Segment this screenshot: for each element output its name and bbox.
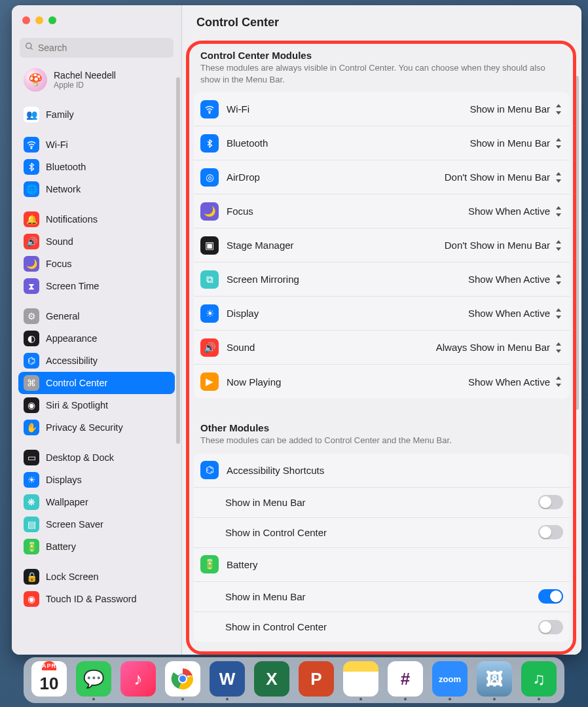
sidebar-item-label: Privacy & Security: [46, 422, 123, 433]
sidebar-item-screen-saver[interactable]: ▤Screen Saver: [18, 513, 175, 535]
sidebar-item-notifications[interactable]: 🔔Notifications: [18, 208, 175, 230]
touch-id-password-icon: ◉: [24, 591, 39, 607]
module-row-sound: 🔊SoundAlways Show in Menu Bar: [194, 331, 570, 365]
chevron-updown-icon: [554, 342, 563, 354]
search-icon: [25, 42, 34, 54]
sidebar-item-control-center[interactable]: ⌘Control Center: [18, 372, 175, 394]
sidebar-scrollbar[interactable]: [176, 77, 180, 444]
chevron-updown-icon: [554, 274, 563, 285]
accessibility-shortcuts-icon: ⌬: [200, 461, 219, 479]
dock-item-chrome[interactable]: [164, 661, 202, 700]
sidebar-item-label: Desktop & Dock: [46, 452, 114, 463]
module-select[interactable]: Show When Active: [468, 274, 563, 285]
accessibility-icon: ⌬: [24, 353, 39, 369]
running-indicator: [226, 698, 229, 700]
battery-icon: 🔋: [24, 539, 39, 554]
toggle-switch[interactable]: [538, 620, 563, 634]
calendar-icon: APR10: [31, 661, 67, 697]
search-field[interactable]: [20, 38, 174, 58]
module-select[interactable]: Show When Active: [468, 308, 563, 319]
section-title: Control Center Modules: [194, 39, 570, 62]
module-row-bluetooth: BluetoothShow in Menu Bar: [194, 126, 570, 160]
chevron-updown-icon: [554, 137, 563, 149]
sidebar-item-label: Accessibility: [46, 355, 98, 366]
dock-item-word[interactable]: W: [208, 661, 246, 700]
search-input[interactable]: [38, 43, 168, 53]
module-select[interactable]: Show in Menu Bar: [469, 137, 563, 149]
dock-item-excel[interactable]: X: [253, 661, 291, 697]
sidebar-item-label: Wi-Fi: [46, 139, 68, 150]
sidebar-item-wallpaper[interactable]: ❋Wallpaper: [18, 491, 175, 513]
other-module-label: Accessibility Shortcuts: [227, 465, 563, 476]
sidebar-item-siri-spotlight[interactable]: ◉Siri & Spotlight: [18, 394, 175, 416]
network-icon: 🌐: [24, 181, 39, 197]
dock-item-slack[interactable]: #: [386, 661, 424, 700]
apple-id-row[interactable]: 🍄 Rachel Needell Apple ID: [18, 64, 175, 96]
module-value: Show When Active: [468, 274, 550, 285]
sidebar-item-focus[interactable]: 🌙Focus: [18, 253, 175, 275]
toggle-switch[interactable]: [538, 495, 563, 509]
other-module-row-battery: 🔋Battery: [194, 548, 570, 582]
toggle-row-show-in-menu-bar: Show in Menu Bar: [194, 488, 570, 518]
sidebar-item-displays[interactable]: ☀Displays: [18, 469, 175, 491]
running-indicator: [449, 698, 451, 700]
sidebar-item-wi-fi[interactable]: Wi-Fi: [18, 134, 175, 156]
sidebar-item-label: Wallpaper: [46, 497, 88, 507]
sidebar-item-label: Touch ID & Password: [46, 594, 137, 604]
module-select[interactable]: Show When Active: [468, 206, 563, 217]
powerpoint-icon: P: [299, 661, 334, 697]
sidebar-item-network[interactable]: 🌐Network: [18, 178, 175, 200]
module-select[interactable]: Don't Show in Menu Bar: [445, 172, 563, 183]
dock-item-preview[interactable]: 🖼: [475, 661, 513, 700]
screen-saver-icon: ▤: [24, 517, 39, 532]
sidebar-item-battery[interactable]: 🔋Battery: [18, 535, 175, 558]
dock-item-messages[interactable]: 💬: [75, 661, 113, 700]
module-select[interactable]: Always Show in Menu Bar: [436, 342, 563, 354]
module-row-stage-manager: ▣Stage ManagerDon't Show in Menu Bar: [194, 228, 570, 263]
dock-item-calendar[interactable]: APR10: [30, 661, 68, 697]
page-title: Control Center: [182, 5, 581, 39]
close-button[interactable]: [22, 16, 30, 24]
maximize-button[interactable]: [48, 16, 56, 24]
sidebar-item-sound[interactable]: 🔊Sound: [18, 230, 175, 253]
minimize-button[interactable]: [35, 16, 43, 24]
dock-item-powerpoint[interactable]: P: [297, 661, 335, 697]
dock-item-music[interactable]: ♪: [119, 661, 157, 697]
sidebar-item-touch-id-password[interactable]: ◉Touch ID & Password: [18, 588, 175, 610]
toggle-switch[interactable]: [538, 525, 563, 539]
running-indicator: [92, 698, 95, 700]
module-value: Show When Active: [468, 308, 550, 319]
module-row-now-playing: ▶Now PlayingShow When Active: [194, 365, 570, 399]
notes-icon: [343, 661, 378, 697]
dock-item-notes[interactable]: [342, 661, 380, 700]
module-label: Screen Mirroring: [227, 274, 468, 285]
dock-item-zoom[interactable]: zoom: [431, 661, 469, 700]
word-icon: W: [210, 661, 245, 697]
sidebar-item-lock-screen[interactable]: 🔒Lock Screen: [18, 566, 175, 588]
main-scrollbar[interactable]: [575, 76, 579, 410]
sidebar-item-appearance[interactable]: ◐Appearance: [18, 327, 175, 350]
sidebar-item-privacy-security[interactable]: ✋Privacy & Security: [18, 416, 175, 439]
sidebar-item-family[interactable]: 👥Family: [18, 103, 175, 126]
sidebar-item-desktop-dock[interactable]: ▭Desktop & Dock: [18, 446, 175, 469]
module-select[interactable]: Don't Show in Menu Bar: [445, 240, 563, 251]
focus-icon: 🌙: [24, 256, 39, 272]
screen-mirroring-icon: ⧉: [200, 270, 219, 289]
chevron-updown-icon: [554, 172, 563, 183]
sidebar-item-accessibility[interactable]: ⌬Accessibility: [18, 350, 175, 372]
dock-item-spotify[interactable]: ♫: [520, 661, 558, 700]
chevron-updown-icon: [554, 308, 563, 319]
toggle-switch[interactable]: [538, 589, 563, 604]
sidebar-item-general[interactable]: ⚙General: [18, 305, 175, 327]
section-title: Other Modules: [194, 412, 570, 435]
sidebar-item-bluetooth[interactable]: Bluetooth: [18, 156, 175, 178]
toggle-row-show-in-control-center: Show in Control Center: [194, 518, 570, 548]
module-select[interactable]: Show in Menu Bar: [469, 103, 563, 115]
siri-spotlight-icon: ◉: [24, 397, 39, 413]
module-label: Wi-Fi: [227, 103, 469, 115]
displays-icon: ☀: [24, 472, 39, 488]
sidebar-item-screen-time[interactable]: ⧗Screen Time: [18, 275, 175, 297]
module-select[interactable]: Show When Active: [468, 376, 563, 388]
battery-icon: 🔋: [200, 555, 219, 573]
screen-time-icon: ⧗: [24, 278, 39, 294]
